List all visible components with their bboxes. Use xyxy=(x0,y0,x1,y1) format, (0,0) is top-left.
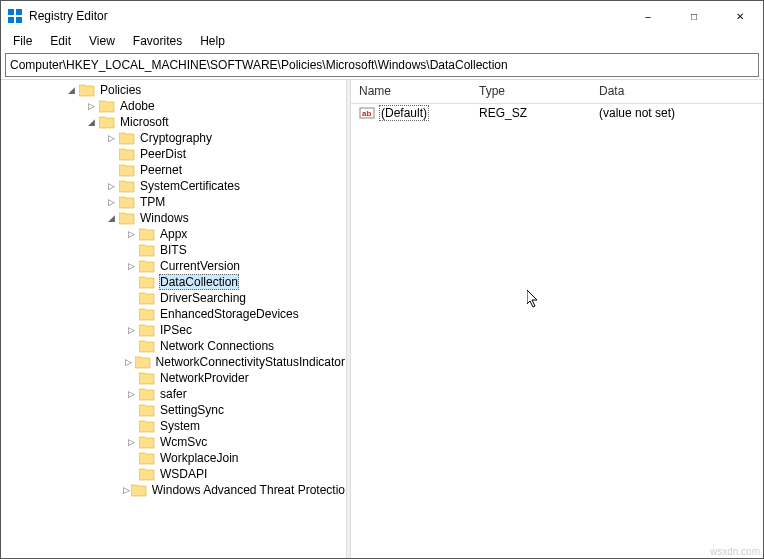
tree-label: Windows Advanced Threat Protectio xyxy=(151,483,346,497)
tree-label: Policies xyxy=(99,83,142,97)
folder-icon xyxy=(139,451,155,465)
tree-item-safer[interactable]: ▷safer xyxy=(1,386,346,402)
svg-rect-3 xyxy=(16,17,22,23)
tree-label: NetworkConnectivityStatusIndicator xyxy=(155,355,346,369)
chevron-right-icon[interactable]: ▷ xyxy=(123,354,135,370)
tree-item-truncated[interactable]: ▷Windows Advanced Threat Protectio xyxy=(1,482,346,498)
folder-icon xyxy=(139,275,155,289)
tree-label: Appx xyxy=(159,227,188,241)
chevron-right-icon[interactable]: ▷ xyxy=(123,386,139,402)
svg-rect-1 xyxy=(16,9,22,15)
tree-label: NetworkProvider xyxy=(159,371,250,385)
tree-item-systemcertificates[interactable]: ▷SystemCertificates xyxy=(1,178,346,194)
tree-item-enhancedstorage[interactable]: EnhancedStorageDevices xyxy=(1,306,346,322)
tree-label: SettingSync xyxy=(159,403,225,417)
folder-icon xyxy=(139,371,155,385)
column-header-data[interactable]: Data xyxy=(591,80,763,103)
folder-icon xyxy=(131,483,147,497)
tree-item-netprovider[interactable]: NetworkProvider xyxy=(1,370,346,386)
folder-icon xyxy=(119,195,135,209)
folder-icon xyxy=(119,211,135,225)
tree-item-tpm[interactable]: ▷TPM xyxy=(1,194,346,210)
chevron-down-icon[interactable]: ◢ xyxy=(103,210,119,226)
tree-item-cryptography[interactable]: ▷Cryptography xyxy=(1,130,346,146)
folder-icon xyxy=(139,387,155,401)
menu-file[interactable]: File xyxy=(5,32,40,50)
window-title: Registry Editor xyxy=(29,9,625,23)
tree-label-selected: DataCollection xyxy=(159,274,239,290)
chevron-right-icon[interactable]: ▷ xyxy=(123,258,139,274)
tree-item-ipsec[interactable]: ▷IPSec xyxy=(1,322,346,338)
value-name: (Default) xyxy=(379,105,429,121)
chevron-down-icon[interactable]: ◢ xyxy=(83,114,99,130)
minimize-button[interactable]: – xyxy=(625,1,671,31)
address-bar[interactable]: Computer\HKEY_LOCAL_MACHINE\SOFTWARE\Pol… xyxy=(5,53,759,77)
chevron-down-icon[interactable]: ◢ xyxy=(63,82,79,98)
tree-item-peernet[interactable]: Peernet xyxy=(1,162,346,178)
chevron-right-icon[interactable]: ▷ xyxy=(103,194,119,210)
folder-icon xyxy=(139,323,155,337)
column-header-name[interactable]: Name xyxy=(351,80,471,103)
tree-label: BITS xyxy=(159,243,188,257)
tree-label: Windows xyxy=(139,211,190,225)
tree-label: Network Connections xyxy=(159,339,275,353)
folder-icon xyxy=(79,83,95,97)
tree-label: TPM xyxy=(139,195,166,209)
folder-icon xyxy=(139,307,155,321)
chevron-right-icon[interactable]: ▷ xyxy=(123,226,139,242)
folder-icon xyxy=(119,179,135,193)
tree-item-wsdapi[interactable]: WSDAPI xyxy=(1,466,346,482)
tree-item-appx[interactable]: ▷Appx xyxy=(1,226,346,242)
tree-item-adobe[interactable]: ▷Adobe xyxy=(1,98,346,114)
folder-icon xyxy=(139,243,155,257)
tree-item-netconn[interactable]: Network Connections xyxy=(1,338,346,354)
tree-label: CurrentVersion xyxy=(159,259,241,273)
chevron-right-icon[interactable]: ▷ xyxy=(103,178,119,194)
tree-label: DriverSearching xyxy=(159,291,247,305)
tree-item-settingsync[interactable]: SettingSync xyxy=(1,402,346,418)
folder-icon xyxy=(139,419,155,433)
tree-label: PeerDist xyxy=(139,147,187,161)
folder-icon xyxy=(135,355,151,369)
chevron-right-icon[interactable]: ▷ xyxy=(123,482,131,498)
menu-help[interactable]: Help xyxy=(192,32,233,50)
menu-edit[interactable]: Edit xyxy=(42,32,79,50)
tree-item-policies[interactable]: ◢Policies xyxy=(1,82,346,98)
tree-item-bits[interactable]: BITS xyxy=(1,242,346,258)
tree-item-netconnstatus[interactable]: ▷NetworkConnectivityStatusIndicator xyxy=(1,354,346,370)
list-row[interactable]: ab (Default) REG_SZ (value not set) xyxy=(351,104,763,122)
folder-icon xyxy=(119,147,135,161)
menu-favorites[interactable]: Favorites xyxy=(125,32,190,50)
menu-view[interactable]: View xyxy=(81,32,123,50)
folder-icon xyxy=(139,227,155,241)
chevron-right-icon[interactable]: ▷ xyxy=(83,98,99,114)
tree-item-wcmsvc[interactable]: ▷WcmSvc xyxy=(1,434,346,450)
chevron-right-icon[interactable]: ▷ xyxy=(123,322,139,338)
folder-icon xyxy=(119,163,135,177)
tree-label: System xyxy=(159,419,201,433)
close-button[interactable]: ✕ xyxy=(717,1,763,31)
list-pane[interactable]: Name Type Data ab (Default) REG_SZ (valu… xyxy=(351,80,763,558)
tree-item-datacollection[interactable]: DataCollection xyxy=(1,274,346,290)
tree-item-system[interactable]: System xyxy=(1,418,346,434)
svg-rect-0 xyxy=(8,9,14,15)
folder-icon xyxy=(139,467,155,481)
address-path: Computer\HKEY_LOCAL_MACHINE\SOFTWARE\Pol… xyxy=(10,58,508,72)
tree-item-microsoft[interactable]: ◢Microsoft xyxy=(1,114,346,130)
tree-item-currentversion[interactable]: ▷CurrentVersion xyxy=(1,258,346,274)
chevron-right-icon[interactable]: ▷ xyxy=(103,130,119,146)
tree-pane[interactable]: ◢Policies ▷Adobe ◢Microsoft ▷Cryptograph… xyxy=(1,80,346,558)
tree-item-windows[interactable]: ◢Windows xyxy=(1,210,346,226)
folder-icon xyxy=(139,291,155,305)
maximize-button[interactable]: □ xyxy=(671,1,717,31)
column-header-type[interactable]: Type xyxy=(471,80,591,103)
app-icon xyxy=(7,8,23,24)
tree-label: WorkplaceJoin xyxy=(159,451,239,465)
watermark: wsxdn.com xyxy=(710,546,760,557)
tree-item-peerdist[interactable]: PeerDist xyxy=(1,146,346,162)
tree-label: IPSec xyxy=(159,323,193,337)
tree-item-workplacejoin[interactable]: WorkplaceJoin xyxy=(1,450,346,466)
chevron-right-icon[interactable]: ▷ xyxy=(123,434,139,450)
tree-item-driversearching[interactable]: DriverSearching xyxy=(1,290,346,306)
svg-rect-2 xyxy=(8,17,14,23)
